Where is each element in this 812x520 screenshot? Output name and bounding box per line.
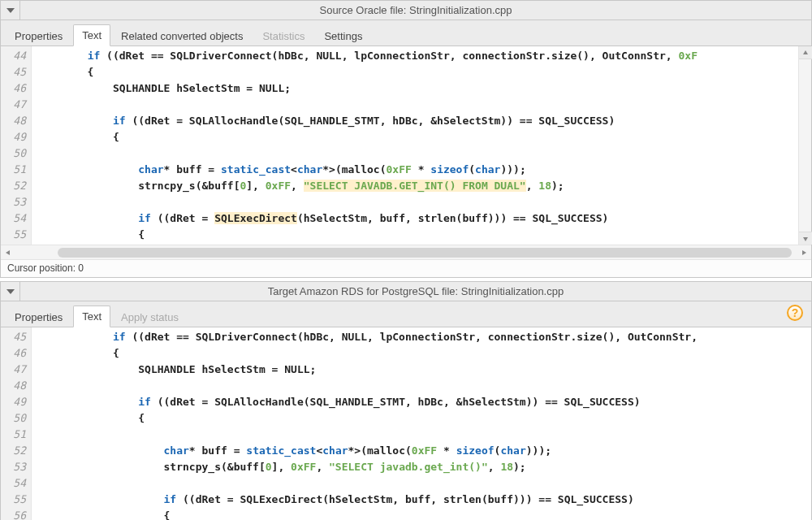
svg-marker-4 xyxy=(802,250,806,255)
help-icon[interactable]: ? xyxy=(787,305,803,321)
target-code[interactable]: if ((dRet == SQLDriverConnect(hDBc, NULL… xyxy=(32,327,811,520)
vertical-scrollbar[interactable] xyxy=(798,46,811,245)
target-tab-text[interactable]: Text xyxy=(73,306,110,327)
collapse-toggle[interactable] xyxy=(1,1,20,20)
svg-marker-3 xyxy=(6,250,10,255)
code-line[interactable]: if ((dRet = SQLAllocHandle(SQL_HANDLE_ST… xyxy=(37,113,811,129)
collapse-toggle[interactable] xyxy=(1,282,20,301)
code-line[interactable]: { xyxy=(37,508,811,520)
scroll-left-icon[interactable] xyxy=(1,245,15,260)
scroll-thumb[interactable] xyxy=(58,248,792,258)
code-line[interactable]: { xyxy=(37,129,811,145)
source-gutter: 444546474849505152535455 xyxy=(1,46,32,245)
target-gutter: 454647484950515253545556 xyxy=(1,327,32,520)
code-line[interactable]: if ((dRet = SQLExecDirect(hSelectStm, bu… xyxy=(37,492,811,508)
horizontal-scrollbar[interactable] xyxy=(1,245,811,259)
code-line[interactable]: { xyxy=(37,64,811,80)
code-line[interactable]: if ((dRet == SQLDriverConnect(hDBc, NULL… xyxy=(37,329,811,345)
code-line[interactable]: { xyxy=(37,345,811,362)
code-line[interactable]: { xyxy=(37,410,811,427)
source-tab-settings[interactable]: Settings xyxy=(315,25,371,46)
code-line[interactable]: if ((dRet == SQLDriverConnect(hDBc, NULL… xyxy=(37,48,811,64)
target-tabs: PropertiesTextApply status? xyxy=(1,301,811,327)
code-line[interactable]: { xyxy=(37,227,811,243)
code-line[interactable]: SQLHANDLE hSelectStm = NULL; xyxy=(37,80,811,97)
svg-marker-0 xyxy=(6,8,15,13)
code-line[interactable] xyxy=(37,427,811,443)
code-line[interactable]: char* buff = static_cast<char*>(malloc(0… xyxy=(37,443,811,459)
source-tab-statistics: Statistics xyxy=(253,25,313,46)
code-line[interactable] xyxy=(37,475,811,492)
svg-marker-2 xyxy=(803,237,808,241)
code-line[interactable] xyxy=(37,145,811,162)
source-panel: Source Oracle file: StringInitialization… xyxy=(0,0,812,278)
scroll-track[interactable] xyxy=(17,248,795,258)
code-line[interactable]: if ((dRet = SQLAllocHandle(SQL_HANDLE_ST… xyxy=(37,394,811,410)
code-line[interactable]: strncpy_s(&buff[0], 0xFF, "SELECT JAVADB… xyxy=(37,178,811,194)
target-panel-title: Target Amazon RDS for PostgreSQL file: S… xyxy=(20,285,811,297)
source-code[interactable]: if ((dRet == SQLDriverConnect(hDBc, NULL… xyxy=(32,46,811,245)
source-tabs: PropertiesTextRelated converted objectsS… xyxy=(1,20,811,46)
scroll-right-icon[interactable] xyxy=(797,245,811,260)
source-code-area: 444546474849505152535455 if ((dRet == SQ… xyxy=(1,46,811,245)
scroll-down-icon[interactable] xyxy=(799,232,812,245)
source-panel-title: Source Oracle file: StringInitialization… xyxy=(20,4,811,16)
code-line[interactable] xyxy=(37,194,811,210)
target-code-area: 454647484950515253545556 if ((dRet == SQ… xyxy=(1,327,811,520)
svg-marker-5 xyxy=(6,289,15,294)
scroll-up-icon[interactable] xyxy=(799,46,812,59)
source-tab-related-converted-objects[interactable]: Related converted objects xyxy=(112,25,252,46)
code-line[interactable]: SQLHANDLE hSelectStm = NULL; xyxy=(37,362,811,378)
code-line[interactable]: strncpy_s(&buff[0], 0xFF, "SELECT javadb… xyxy=(37,459,811,475)
svg-marker-1 xyxy=(803,50,808,54)
source-panel-header: Source Oracle file: StringInitialization… xyxy=(1,1,811,20)
code-line[interactable] xyxy=(37,97,811,113)
code-line[interactable]: if ((dRet = SQLExecDirect(hSelectStm, bu… xyxy=(37,210,811,227)
cursor-status: Cursor position: 0 xyxy=(1,259,811,277)
target-tab-properties[interactable]: Properties xyxy=(6,306,71,327)
target-panel-header: Target Amazon RDS for PostgreSQL file: S… xyxy=(1,282,811,301)
source-tab-text[interactable]: Text xyxy=(73,24,110,46)
target-tab-apply-status: Apply status xyxy=(112,306,188,327)
target-panel: Target Amazon RDS for PostgreSQL file: S… xyxy=(0,281,812,520)
code-line[interactable] xyxy=(37,378,811,394)
code-line[interactable]: char* buff = static_cast<char*>(malloc(0… xyxy=(37,162,811,178)
source-tab-properties[interactable]: Properties xyxy=(6,25,71,46)
